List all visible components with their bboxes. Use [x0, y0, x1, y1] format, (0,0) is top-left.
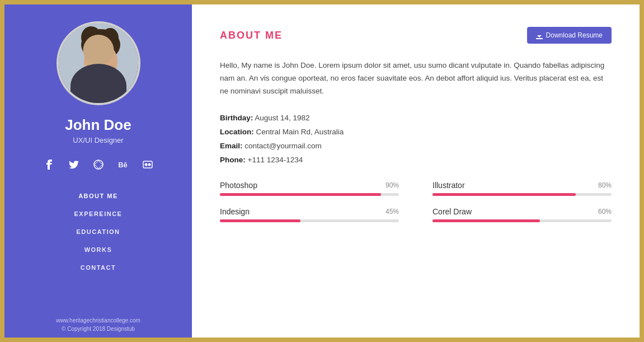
- download-btn-label: Download Resume: [546, 31, 603, 39]
- avatar-wrapper: [57, 21, 140, 105]
- nav-menu: ABOUT ME EXPEREINCE EDUCATION WORKS CONT…: [16, 188, 181, 275]
- skill-bar-fill: [433, 219, 540, 222]
- skill-name: Corel Draw: [433, 207, 472, 216]
- user-title: UX/UI Designer: [73, 136, 123, 144]
- svg-rect-14: [143, 161, 152, 168]
- info-birthday: Birthday: August 14, 1982: [220, 114, 612, 122]
- skills-grid: Photoshop 90% Illustrator 80%: [220, 181, 612, 222]
- download-resume-button[interactable]: Download Resume: [527, 27, 612, 44]
- svg-point-12: [99, 63, 102, 68]
- skill-header: Corel Draw 60%: [433, 207, 612, 216]
- skill-indesign: Indesign 45%: [220, 207, 399, 222]
- skill-pct: 45%: [386, 208, 399, 215]
- nav-item-contact[interactable]: CONTACT: [16, 260, 181, 275]
- twitter-icon[interactable]: [66, 157, 82, 172]
- phone-value: +111 1234-1234: [248, 156, 303, 164]
- copyright: © Copyright 2018 Designstub: [62, 326, 135, 332]
- info-phone: Phone: +111 1234-1234: [220, 156, 612, 164]
- phone-label: Phone:: [220, 156, 246, 164]
- skill-header: Illustrator 80%: [433, 181, 612, 190]
- svg-point-7: [76, 82, 126, 103]
- outer-border: John Doe UX/UI Designer: [0, 0, 644, 342]
- info-grid: Birthday: August 14, 1982 Location: Cent…: [220, 114, 612, 164]
- skill-bar-fill: [220, 219, 300, 222]
- location-label: Location:: [220, 128, 254, 136]
- birthday-value: August 14, 1982: [255, 114, 309, 122]
- inner-container: John Doe UX/UI Designer: [4, 4, 640, 338]
- svg-point-16: [148, 163, 151, 166]
- section-title: ABOUT ME: [220, 30, 283, 41]
- skill-bar-bg: [433, 193, 612, 196]
- bio-text: Hello, My name is John Doe. Lorem ipsum …: [220, 59, 612, 98]
- footer-link[interactable]: www.heritagechristiancollege.com: [56, 317, 140, 324]
- behance-icon[interactable]: Bē: [115, 157, 131, 172]
- svg-rect-0: [59, 24, 138, 103]
- main-content: ABOUT ME Download Resume Hello, My name …: [192, 4, 640, 338]
- skill-bar-fill: [433, 193, 576, 196]
- nav-item-about[interactable]: ABOUT ME: [16, 188, 181, 204]
- skill-pct: 90%: [386, 181, 399, 189]
- svg-point-3: [102, 28, 119, 48]
- info-location: Location: Central Main Rd, Australia: [220, 128, 612, 136]
- skill-bar-bg: [433, 219, 612, 222]
- social-icons: Bē: [41, 157, 156, 172]
- skill-header: Indesign 45%: [220, 207, 399, 216]
- svg-point-15: [144, 163, 147, 166]
- nav-item-education[interactable]: EDUCATION: [16, 224, 181, 240]
- skill-coreldraw: Corel Draw 60%: [433, 207, 612, 222]
- avatar: [59, 24, 138, 103]
- sidebar: John Doe UX/UI Designer: [4, 4, 192, 338]
- svg-point-8: [91, 57, 97, 61]
- location-value: Central Main Rd, Australia: [256, 128, 344, 136]
- nav-item-works[interactable]: WORKS: [16, 242, 181, 257]
- svg-rect-5: [95, 77, 106, 87]
- info-email: Email: contact@yourmail.com: [220, 142, 612, 150]
- nav-item-experience[interactable]: EXPEREINCE: [16, 206, 181, 222]
- skill-bar-bg: [220, 219, 399, 222]
- svg-point-10: [92, 58, 96, 61]
- skill-bar-bg: [220, 193, 399, 196]
- svg-point-6: [79, 78, 122, 101]
- birthday-label: Birthday:: [220, 114, 253, 122]
- svg-point-11: [106, 58, 109, 61]
- skill-illustrator: Illustrator 80%: [433, 181, 612, 196]
- svg-point-13: [94, 160, 103, 169]
- facebook-icon[interactable]: [41, 157, 57, 172]
- email-label: Email:: [220, 142, 243, 150]
- skill-header: Photoshop 90%: [220, 181, 399, 190]
- download-icon: [536, 32, 543, 39]
- skill-photoshop: Photoshop 90%: [220, 181, 399, 196]
- skill-name: Illustrator: [433, 181, 465, 190]
- skill-name: Indesign: [220, 207, 250, 216]
- dribbble-icon[interactable]: [91, 157, 106, 172]
- skill-pct: 80%: [598, 181, 612, 189]
- svg-point-9: [105, 57, 110, 61]
- email-value: contact@yourmail.com: [245, 142, 322, 150]
- flickr-icon[interactable]: [140, 157, 156, 172]
- skill-pct: 60%: [598, 208, 612, 215]
- skill-bar-fill: [220, 193, 381, 196]
- skill-name: Photoshop: [220, 181, 257, 190]
- svg-point-2: [81, 26, 101, 49]
- section-header: ABOUT ME Download Resume: [220, 27, 612, 44]
- user-name: John Doe: [65, 116, 131, 134]
- svg-point-4: [84, 43, 117, 81]
